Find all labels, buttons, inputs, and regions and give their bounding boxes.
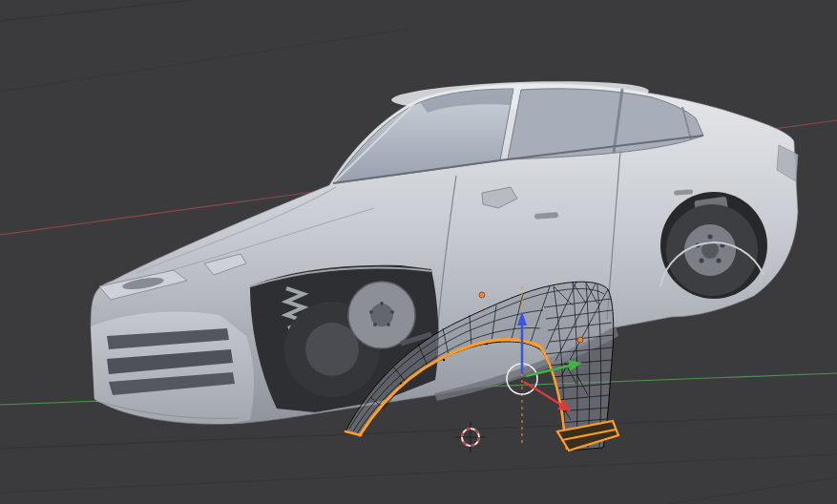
rear-wheel — [660, 192, 767, 299]
object-origin-dot — [577, 337, 583, 343]
front-grille — [107, 328, 235, 395]
object-origin-dot — [479, 292, 485, 298]
viewport[interactable] — [0, 0, 837, 504]
